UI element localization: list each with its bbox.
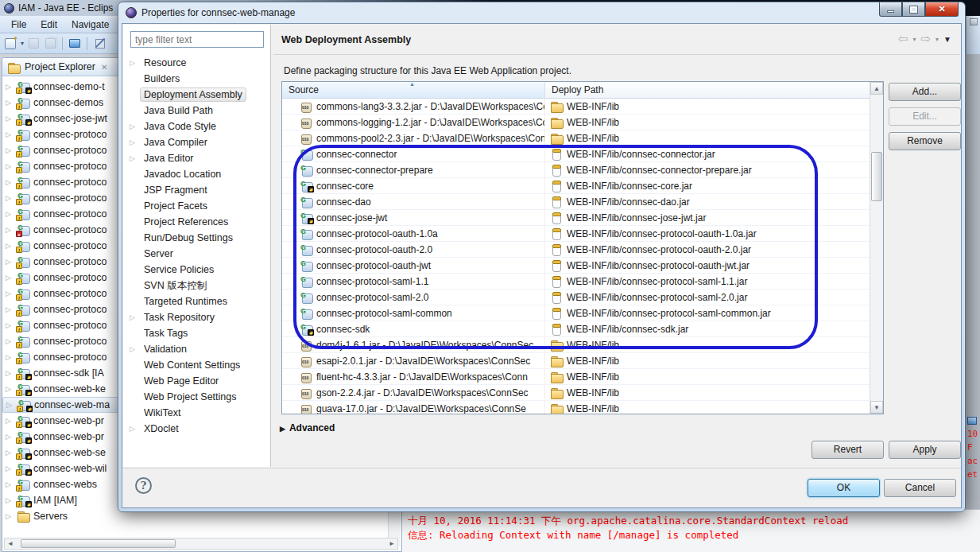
assembly-row[interactable]: connsec-protocol-saml-common WEB-INF/lib… <box>282 305 870 321</box>
expand-arrow-icon[interactable]: ▷ <box>6 210 14 218</box>
expand-arrow-icon[interactable]: ▷ <box>6 305 14 313</box>
assembly-row[interactable]: connsec-sdk WEB-INF/lib/connsec-sdk.jar <box>282 321 870 337</box>
expand-arrow-icon[interactable]: ▷ <box>6 258 14 266</box>
properties-tree-item[interactable]: ▷ JSP Fragment <box>125 182 269 198</box>
properties-tree-item[interactable]: ▷ Java Code Style <box>125 119 269 134</box>
properties-tree-item[interactable]: ▷ XDoclet <box>125 421 269 437</box>
assembly-row[interactable]: connsec-dao WEB-INF/lib/connsec-dao.jar <box>282 194 870 210</box>
expand-arrow-icon[interactable]: ▷ <box>6 146 14 154</box>
assembly-row[interactable]: connsec-protocol-oauth-1.0a WEB-INF/lib/… <box>282 226 870 242</box>
assembly-row[interactable]: connsec-protocol-oauth-2.0 WEB-INF/lib/c… <box>282 242 870 258</box>
properties-tree-item[interactable]: ▷ Task Tags <box>125 325 269 341</box>
expand-arrow-icon[interactable]: ▷ <box>6 401 14 409</box>
scroll-up-icon[interactable]: ▲ <box>870 82 883 95</box>
scroll-left-icon[interactable]: ◄ <box>7 539 14 548</box>
expand-arrow-icon[interactable]: ▷ <box>6 433 14 441</box>
help-button[interactable]: ? <box>135 477 152 494</box>
forward-dropdown-icon[interactable]: ▾ <box>935 36 939 43</box>
assembly-row[interactable]: connsec-jose-jwt WEB-INF/lib/connsec-jos… <box>282 210 870 226</box>
new-wizard-icon[interactable] <box>3 37 17 51</box>
expand-arrow-icon[interactable]: ▷ <box>6 321 14 329</box>
properties-tree-item[interactable]: ▷ Java Editor <box>125 150 269 166</box>
properties-tree-item[interactable]: ▷ SVN 版本控制 <box>125 278 269 293</box>
expand-arrow-icon[interactable]: ▷ <box>6 115 14 122</box>
expand-arrow-icon[interactable]: ▷ <box>6 353 14 361</box>
console-view-icon[interactable] <box>68 37 82 51</box>
assembly-row[interactable]: dom4j-1.6.1.jar - D:\JavaIDE\Workspaces\… <box>282 337 870 353</box>
edit-button[interactable]: Edit... <box>889 107 961 126</box>
advanced-section[interactable]: ▶Advanced <box>280 422 335 433</box>
table-vertical-scrollbar[interactable]: ▲ ▼ <box>870 82 883 414</box>
revert-button[interactable]: Revert <box>812 441 884 459</box>
expand-arrow-icon[interactable]: ▷ <box>6 417 14 425</box>
cancel-button[interactable]: Cancel <box>884 479 956 497</box>
assembly-row[interactable]: gson-2.2.4.jar - D:\JavaIDE\Workspaces\C… <box>282 385 870 401</box>
properties-tree-item[interactable]: ▷ Task Repository <box>125 309 269 325</box>
properties-tree-item[interactable]: ▷ Project References <box>125 214 269 230</box>
properties-tree-item[interactable]: ▷ Web Content Settings <box>125 357 269 373</box>
assembly-row[interactable]: fluent-hc-4.3.3.jar - D:\JavaIDE\Workspa… <box>282 369 870 385</box>
expand-arrow-icon[interactable]: ▷ <box>6 385 14 393</box>
expand-arrow-icon[interactable]: ▷ <box>6 290 14 297</box>
scroll-down-icon[interactable]: ▼ <box>870 401 883 414</box>
properties-tree-item[interactable]: ▷ Web Project Settings <box>125 389 269 405</box>
expand-arrow-icon[interactable]: ▷ <box>6 242 14 250</box>
assembly-row[interactable]: connsec-connector-prepare WEB-INF/lib/co… <box>282 162 870 178</box>
forward-arrow-icon[interactable]: ⇨ <box>921 32 932 46</box>
expand-arrow-icon[interactable]: ▷ <box>130 122 138 130</box>
properties-tree-item[interactable]: ▷ WikiText <box>125 405 269 421</box>
column-header-source[interactable]: Source ▲ <box>282 82 545 98</box>
expand-arrow-icon[interactable]: ▷ <box>130 313 138 321</box>
properties-tree-item[interactable]: ▷ Javadoc Location <box>125 166 269 182</box>
expand-arrow-icon[interactable]: ▷ <box>6 226 14 234</box>
assembly-row[interactable]: connsec-protocol-saml-2.0 WEB-INF/lib/co… <box>282 290 870 305</box>
expand-arrow-icon[interactable]: ▷ <box>6 369 14 377</box>
scrollbar-thumb[interactable] <box>871 152 882 201</box>
properties-tree-item[interactable]: ▷ Resource <box>125 55 269 71</box>
expand-arrow-icon[interactable]: ▷ <box>130 59 138 67</box>
menu-item[interactable]: Edit <box>34 17 64 32</box>
expand-arrow-icon[interactable]: ▷ <box>130 154 138 162</box>
assembly-row[interactable]: commons-logging-1.2.jar - D:\JavaIDE\Wor… <box>282 115 870 130</box>
back-arrow-icon[interactable]: ⇦ <box>898 32 908 46</box>
back-dropdown-icon[interactable]: ▾ <box>912 36 916 43</box>
explorer-horizontal-scrollbar[interactable]: ◄ ► <box>4 538 398 550</box>
expand-arrow-icon[interactable]: ▷ <box>6 337 14 345</box>
expand-arrow-icon[interactable]: ▷ <box>130 138 138 146</box>
column-header-deploy-path[interactable]: Deploy Path <box>545 82 870 98</box>
assembly-row[interactable]: connsec-core WEB-INF/lib/connsec-core.ja… <box>282 178 870 194</box>
ok-button[interactable]: OK <box>808 479 880 497</box>
menu-item[interactable]: Navigate <box>65 17 115 32</box>
apply-button[interactable]: Apply <box>889 441 961 459</box>
close-button[interactable]: ✕ <box>925 2 959 17</box>
assembly-row[interactable]: connsec-protocol-saml-1.1 WEB-INF/lib/co… <box>282 274 870 290</box>
view-menu-icon[interactable]: ▼ <box>943 35 951 44</box>
expand-arrow-icon[interactable]: ▷ <box>6 83 14 91</box>
minimize-button[interactable] <box>879 2 902 17</box>
close-tab-icon[interactable]: ✕ <box>101 63 107 72</box>
properties-tree-item[interactable]: ▷ Builders <box>125 71 269 87</box>
expand-arrow-icon[interactable]: ▷ <box>6 162 14 170</box>
expand-arrow-icon[interactable]: ▷ <box>6 99 14 107</box>
expand-arrow-icon[interactable]: ▷ <box>130 425 138 433</box>
assembly-row[interactable]: connsec-protocol-oauth-jwt WEB-INF/lib/c… <box>282 258 870 274</box>
properties-tree-item[interactable]: ▷ Targeted Runtimes <box>125 293 269 309</box>
maximize-button[interactable] <box>902 2 925 17</box>
expand-arrow-icon[interactable]: ▷ <box>6 194 14 202</box>
mark-occurrences-icon[interactable] <box>92 37 107 51</box>
properties-tree-item[interactable]: ▷ Server <box>125 246 269 262</box>
filter-input[interactable] <box>130 31 264 48</box>
expand-arrow-icon[interactable]: ▷ <box>6 480 14 488</box>
properties-tree-item[interactable]: ▷ Project Facets <box>125 198 269 214</box>
properties-tree-item[interactable]: ▷ Java Compiler <box>125 134 269 150</box>
assembly-row[interactable]: commons-pool2-2.3.jar - D:\JavaIDE\Works… <box>282 130 870 146</box>
properties-tree-item[interactable]: ▷ Service Policies <box>125 262 269 278</box>
expand-arrow-icon[interactable]: ▷ <box>6 130 14 138</box>
remove-button[interactable]: Remove <box>889 132 961 150</box>
scroll-right-icon[interactable]: ► <box>389 539 395 548</box>
expand-arrow-icon[interactable]: ▷ <box>6 465 14 472</box>
project-explorer-tab[interactable]: Project Explorer <box>25 61 95 72</box>
assembly-row[interactable]: guava-17.0.jar - D:\JavaIDE\Workspaces\C… <box>282 401 870 414</box>
expand-arrow-icon[interactable]: ▷ <box>6 274 14 282</box>
assembly-row[interactable]: esapi-2.0.1.jar - D:\JavaIDE\Workspaces\… <box>282 353 870 369</box>
